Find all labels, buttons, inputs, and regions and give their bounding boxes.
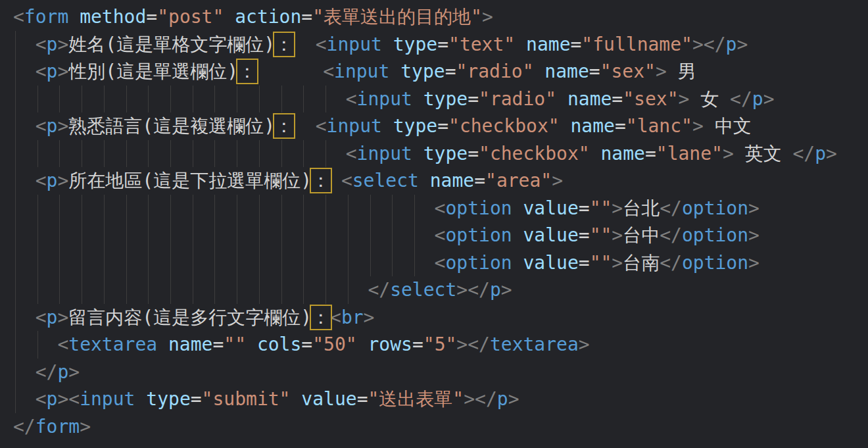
indent-guide (15, 359, 16, 386)
indent-guide (15, 222, 16, 249)
indent-guide (126, 276, 127, 304)
indent-guide (193, 86, 193, 113)
indentation (13, 388, 36, 410)
code-token: > (763, 88, 775, 110)
code-token: </ (368, 279, 390, 301)
indent-guide (237, 276, 237, 304)
indentation (13, 279, 368, 301)
code-area[interactable]: <form method="post" action="表單送出的目的地"> <… (0, 0, 868, 440)
code-line[interactable]: <p>性別(這是單選欄位)： <input type="radio" name=… (13, 58, 868, 86)
code-token: = (579, 252, 590, 274)
indent-guide (15, 86, 16, 113)
indentation (13, 224, 435, 246)
code-token: ></ (456, 279, 490, 301)
code-token: input (334, 61, 389, 82)
code-line[interactable]: <option value="">台北</option> (13, 195, 868, 222)
code-token: input (80, 388, 135, 410)
code-token: p (490, 279, 501, 301)
indent-guide (370, 222, 371, 249)
indent-guide (82, 276, 82, 304)
indent-guide (303, 195, 304, 222)
code-line[interactable]: <p>熟悉語言(這是複選欄位)： <input type="checkbox" … (13, 112, 868, 140)
unicode-highlight-box: ： (275, 115, 293, 137)
indent-guide (414, 222, 415, 249)
code-line[interactable]: </form> (13, 413, 868, 441)
indentation (13, 88, 346, 110)
code-token (382, 115, 393, 137)
indentation (13, 307, 36, 328)
indent-guide (148, 222, 149, 249)
code-token: textarea (490, 334, 579, 355)
indent-guide (15, 304, 16, 332)
indent-guide (259, 249, 260, 277)
code-token: > (80, 416, 91, 437)
code-line[interactable]: <option value="">台中</option> (13, 222, 868, 249)
indentation (13, 170, 36, 191)
indent-guide (281, 222, 282, 249)
code-line[interactable]: </select></p> (13, 276, 868, 304)
code-line[interactable]: <p>留言内容(這是多行文字欄位)：<br> (13, 304, 868, 332)
code-token: "sex" (623, 88, 678, 110)
code-token: </ (660, 197, 682, 219)
indent-guide (126, 222, 127, 249)
code-token: value (523, 224, 578, 246)
indent-guide (326, 276, 326, 304)
indent-guide (326, 195, 326, 222)
indent-guide (237, 222, 237, 249)
code-token: = (612, 88, 623, 110)
code-token: = (579, 224, 590, 246)
indent-guide (259, 276, 260, 304)
code-token: > (612, 252, 623, 274)
code-token: p (47, 115, 58, 137)
code-token: = (468, 88, 479, 110)
code-token: = (445, 61, 456, 82)
code-token: < (346, 88, 357, 110)
code-token: type (393, 34, 437, 55)
indent-guide (59, 222, 60, 249)
code-line[interactable]: <p>姓名(這是單格文字欄位)： <input type="text" name… (13, 31, 868, 59)
code-token: "" (590, 252, 612, 274)
code-token (256, 61, 323, 82)
code-token: </ (13, 416, 36, 437)
code-token: < (316, 115, 327, 137)
code-token: < (36, 115, 47, 137)
code-line[interactable]: <form method="post" action="表單送出的目的地"> (13, 3, 868, 31)
code-token: < (36, 34, 47, 55)
code-token: name (567, 88, 612, 110)
indent-guide (15, 167, 16, 195)
code-token: type (423, 88, 468, 110)
code-token: </ (36, 361, 58, 383)
indent-guide (392, 249, 393, 277)
code-line[interactable]: <input type="radio" name="sex"> 女 </p> (13, 86, 868, 113)
unicode-highlight-box: ： (275, 34, 293, 55)
code-token (382, 34, 393, 55)
indent-guide (104, 222, 105, 249)
indent-guide (104, 276, 105, 304)
indentation (13, 197, 435, 219)
code-token: "checkbox" (448, 115, 560, 137)
code-token: > (736, 34, 748, 55)
code-token: name (600, 143, 644, 164)
code-line[interactable]: <option value="">台南</option> (13, 249, 868, 277)
code-line[interactable]: <input type="checkbox" name="lane"> 英文 <… (13, 140, 868, 168)
code-token: name (570, 115, 614, 137)
code-token: > (364, 307, 375, 328)
indent-guide (193, 222, 193, 249)
unicode-highlight-box: ： (312, 170, 330, 191)
indent-guide (37, 276, 38, 304)
code-token: < (435, 197, 446, 219)
code-line[interactable]: </p> (13, 359, 868, 386)
code-token: = (615, 115, 626, 137)
indent-guide (59, 249, 60, 277)
code-token: "text" (448, 34, 515, 55)
code-token: < (36, 61, 47, 82)
code-line[interactable]: <p><input type="submit" value="送出表單"></p… (13, 386, 868, 413)
code-token: > (579, 334, 590, 355)
code-token (389, 61, 400, 82)
code-token: </ (793, 143, 815, 164)
indent-guide (148, 276, 149, 304)
indent-guide (281, 140, 282, 168)
code-line[interactable]: <textarea name="" cols="50" rows="5"></t… (13, 331, 868, 359)
code-token: 中文 (704, 115, 752, 137)
code-line[interactable]: <p>所在地區(這是下拉選單欄位)： <select name="area"> (13, 167, 868, 195)
